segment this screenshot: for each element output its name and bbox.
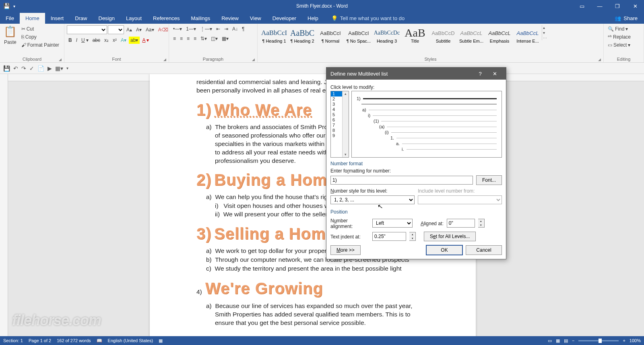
- zoom-slider[interactable]: [578, 340, 619, 341]
- numbering-button[interactable]: 1—▾: [184, 25, 198, 33]
- line-spacing-button[interactable]: ⇅▾: [199, 35, 208, 42]
- ok-button[interactable]: OK: [426, 245, 462, 255]
- style-emphasis[interactable]: AaBbCcLEmphasis: [485, 25, 514, 48]
- tab-view[interactable]: View: [244, 13, 267, 24]
- styles-scroll-up-icon[interactable]: ▴: [543, 25, 547, 30]
- style-title[interactable]: AaBTitle: [401, 25, 429, 48]
- format-painter-button[interactable]: 🖌Format Painter: [20, 41, 61, 49]
- view-read-icon[interactable]: ▭: [548, 338, 552, 343]
- set-all-levels-button[interactable]: Set for All Levels...: [424, 232, 476, 241]
- tab-help[interactable]: Help: [302, 13, 324, 24]
- sort-button[interactable]: A↓: [231, 25, 239, 33]
- status-page[interactable]: Page 1 of 2: [29, 338, 51, 343]
- new-doc-icon[interactable]: 📄: [37, 65, 44, 72]
- style-heading1[interactable]: AaBbCcI¶ Heading 1: [260, 25, 288, 48]
- align-center-button[interactable]: ≡: [178, 35, 184, 42]
- tab-layout[interactable]: Layout: [120, 13, 147, 24]
- tab-developer[interactable]: Developer: [267, 13, 302, 24]
- maximize-button[interactable]: ❐: [609, 0, 626, 12]
- paragraph-launcher-icon[interactable]: ◢: [252, 58, 255, 62]
- copy-button[interactable]: ⎘Copy: [20, 33, 61, 41]
- decrease-indent-button[interactable]: ⇤: [215, 25, 222, 33]
- redo-icon[interactable]: ↷: [21, 65, 26, 72]
- bullets-button[interactable]: •—▾: [171, 25, 184, 33]
- change-case-button[interactable]: Aa▾: [144, 26, 156, 33]
- underline-button[interactable]: U▾: [80, 37, 90, 44]
- styles-more-icon[interactable]: ⋯: [543, 36, 547, 40]
- find-button[interactable]: 🔍Find ▾: [606, 25, 630, 33]
- spellcheck-icon[interactable]: ✓: [29, 65, 34, 72]
- clear-formatting-button[interactable]: A⌫: [157, 26, 170, 33]
- aligned-at-spinner[interactable]: ▴▾: [478, 219, 485, 228]
- text-indent-input[interactable]: [372, 232, 406, 241]
- level-listbox[interactable]: 1 2 3 4 5 6 7 8 9 ▴▾: [330, 91, 349, 158]
- view-web-icon[interactable]: ▤: [564, 338, 568, 343]
- font-color-button[interactable]: A▾: [140, 37, 151, 44]
- status-macro-icon[interactable]: ▦: [159, 338, 163, 343]
- style-normal[interactable]: AaBbCcI¶ Normal: [316, 25, 345, 48]
- tab-review[interactable]: Review: [216, 13, 244, 24]
- bold-button[interactable]: B: [67, 37, 74, 44]
- increase-font-button[interactable]: A▴: [125, 26, 134, 33]
- tab-references[interactable]: References: [147, 13, 185, 24]
- play-macro-icon[interactable]: ▶: [47, 65, 52, 72]
- number-format-input[interactable]: [330, 176, 473, 185]
- subscript-button[interactable]: x₂: [103, 37, 110, 44]
- shading-button[interactable]: ◫▾: [209, 35, 219, 42]
- qat-more-icon[interactable]: ▾: [66, 66, 68, 70]
- style-heading2[interactable]: AaBbC¶ Heading 2: [288, 25, 316, 48]
- tab-mailings[interactable]: Mailings: [186, 13, 216, 24]
- style-subtleem[interactable]: AaBbCcLSubtle Em...: [457, 25, 485, 48]
- font-size-select[interactable]: [108, 25, 124, 34]
- text-indent-spinner[interactable]: ▴▾: [409, 232, 416, 241]
- tab-file[interactable]: File: [0, 13, 20, 24]
- style-intenseem[interactable]: AaBbCcLIntense E...: [514, 25, 542, 48]
- borders-button[interactable]: ▦▾: [220, 35, 230, 42]
- number-alignment-select[interactable]: Left: [372, 219, 413, 228]
- text-effects-button[interactable]: A▾: [119, 37, 128, 44]
- font-name-select[interactable]: [67, 25, 107, 34]
- undo-icon[interactable]: ↶: [13, 65, 18, 72]
- clipboard-launcher-icon[interactable]: ◢: [59, 58, 62, 62]
- zoom-in-icon[interactable]: +: [623, 338, 625, 343]
- styles-launcher-icon[interactable]: ◢: [598, 58, 601, 62]
- align-right-button[interactable]: ≡: [185, 35, 191, 42]
- multilevel-button[interactable]: ⋮—▾: [198, 25, 214, 33]
- superscript-button[interactable]: x²: [111, 37, 118, 44]
- increase-indent-button[interactable]: ⇥: [223, 25, 230, 33]
- more-button[interactable]: More >>: [330, 245, 361, 255]
- dialog-titlebar[interactable]: Define new Multilevel list ? ✕: [326, 68, 506, 80]
- autosave-icon[interactable]: 💾: [3, 3, 10, 9]
- font-launcher-icon[interactable]: ◢: [163, 58, 166, 62]
- aligned-at-input[interactable]: [447, 219, 475, 228]
- tell-me-search[interactable]: 💡 Tell me what you want to do: [327, 13, 409, 24]
- tab-draw[interactable]: Draw: [69, 13, 93, 24]
- highlight-button[interactable]: ab▾: [129, 37, 140, 44]
- zoom-level[interactable]: 100%: [630, 338, 641, 343]
- font-button[interactable]: Font...: [476, 175, 502, 185]
- styles-gallery[interactable]: AaBbCcI¶ Heading 1 AaBbC¶ Heading 2 AaBb…: [260, 25, 601, 56]
- page-setup-icon[interactable]: ▦▾: [55, 65, 63, 72]
- justify-button[interactable]: ≡: [192, 35, 198, 42]
- view-print-icon[interactable]: ▦: [556, 338, 560, 343]
- qat-dropdown-icon[interactable]: ▾: [13, 4, 15, 8]
- styles-scroll-down-icon[interactable]: ▾: [543, 31, 547, 35]
- share-button[interactable]: 👥 Share: [608, 13, 644, 24]
- level-scrollbar[interactable]: ▴▾: [342, 91, 349, 157]
- tab-insert[interactable]: Insert: [45, 13, 70, 24]
- cancel-button[interactable]: Cancel: [466, 245, 502, 255]
- status-section[interactable]: Section: 1: [3, 338, 23, 343]
- decrease-font-button[interactable]: A▾: [134, 26, 143, 33]
- status-words[interactable]: 162 of 272 words: [57, 338, 91, 343]
- number-style-select[interactable]: 1, 2, 3, ...: [330, 195, 415, 204]
- close-button[interactable]: ✕: [626, 0, 644, 12]
- italic-button[interactable]: I: [74, 37, 79, 44]
- paste-button[interactable]: Paste: [2, 39, 18, 46]
- status-proof-icon[interactable]: 📖: [97, 338, 102, 343]
- style-heading3[interactable]: AaBbCcDcHeading 3: [373, 25, 401, 48]
- save-icon[interactable]: 💾: [3, 65, 10, 72]
- paste-icon[interactable]: 📋: [4, 25, 17, 38]
- minimize-button[interactable]: —: [591, 0, 609, 12]
- status-language[interactable]: English (United States): [108, 338, 153, 343]
- strikethrough-button[interactable]: abc: [91, 37, 102, 44]
